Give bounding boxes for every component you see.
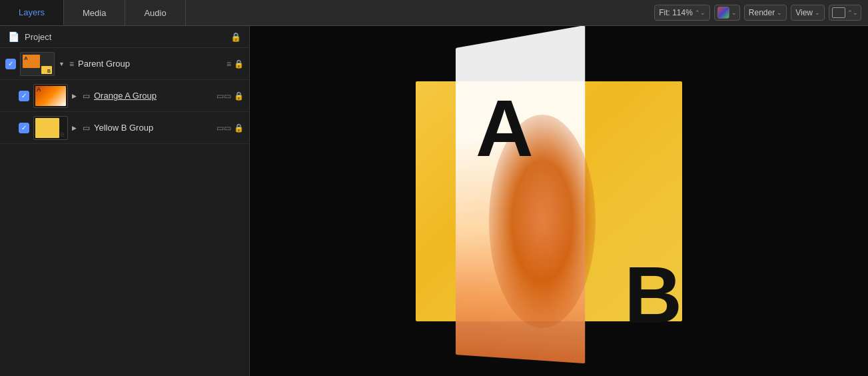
parent-group-checkbox[interactable] [5,59,16,69]
yellow-b-controls: ▭▭ 🔒 [217,123,244,133]
yellow-b-thumbnail: B [33,116,68,140]
project-row: 📄 Project 🔒 [0,26,249,48]
color-swatch-icon [717,7,729,19]
view-box-icon [832,7,845,18]
parent-group-layer-icon: ≡ [69,59,74,69]
parent-group-name: Parent Group [78,59,130,69]
fit-control[interactable]: Fit: 114% ⌃⌄ [654,5,710,21]
parent-group-controls: ≡ 🔒 [226,59,244,69]
orange-a-lock-icon[interactable]: 🔒 [234,91,244,101]
yellow-b-expand-icon[interactable]: ▶ [72,125,79,131]
yellow-b-lock-icon[interactable]: 🔒 [234,123,244,133]
fit-chevron-icon: ⌃⌄ [695,9,705,16]
orange-a-layer-icon: ▭ [83,91,90,101]
yellow-b-name: Yellow B Group [94,123,153,133]
tab-layers[interactable]: Layers [0,0,64,25]
orange-a-checkbox[interactable] [19,91,29,101]
render-label: Render [749,8,775,17]
color-chevron-icon: ⌄ [731,9,737,16]
render-chevron-icon: ⌄ [777,9,782,16]
layer-row-yellow-b: B ▶ ▭ Yellow B Group ▭▭ 🔒 [0,112,249,144]
project-lock-icon: 🔒 [230,32,241,42]
view-box-control[interactable]: ⌃⌄ [829,5,861,21]
yellow-b-stack-icon[interactable]: ▭▭ [217,123,231,133]
main-content: 📄 Project 🔒 A B ▼ ≡ Parent Group ≡ 🔒 [0,26,868,376]
parent-group-expand-icon[interactable]: ▼ [59,61,65,67]
tab-group: Layers Media Audio [0,0,186,25]
parent-group-lock-icon[interactable]: 🔒 [234,59,244,69]
orange-a-controls: ▭▭ 🔒 [217,91,244,101]
render-control[interactable]: Render ⌄ [744,5,787,21]
tab-media[interactable]: Media [64,0,125,25]
top-bar-controls: Fit: 114% ⌃⌄ ⌄ Render ⌄ View ⌄ ⌃⌄ [654,5,868,21]
canvas-area[interactable]: A B [250,26,868,376]
fit-label: Fit: 114% [659,8,693,17]
layer-row-orange-a: A ▶ ▭ Orange A Group ▭▭ 🔒 [0,80,249,112]
yellow-b-checkbox[interactable] [19,123,29,133]
yellow-b-layer-icon: ▭ [83,123,90,133]
view-chevron-icon: ⌄ [815,9,820,16]
orange-a-stack-icon[interactable]: ▭▭ [217,91,231,101]
tab-audio[interactable]: Audio [125,0,185,25]
view-label: View [795,8,813,17]
scene-composition: A B [416,48,702,355]
letter-a-display: A [476,88,534,168]
color-control[interactable]: ⌄ [714,5,740,21]
view-control[interactable]: View ⌄ [791,5,825,21]
layer-row-parent-group: A B ▼ ≡ Parent Group ≡ 🔒 [0,48,249,80]
top-bar: Layers Media Audio Fit: 114% ⌃⌄ ⌄ Render… [0,0,868,26]
orange-a-thumbnail: A [33,84,68,108]
project-file-icon: 📄 [8,31,19,42]
orange-a-expand-icon[interactable]: ▶ [72,93,79,99]
parent-group-thumbnail: A B [20,52,55,76]
viewbox-chevron-icon: ⌃⌄ [847,9,858,16]
parent-group-stack-icon[interactable]: ≡ [226,59,231,69]
left-panel: 📄 Project 🔒 A B ▼ ≡ Parent Group ≡ 🔒 [0,26,250,376]
orange-a-name: Orange A Group [94,91,157,101]
letter-b-display: B [624,255,682,335]
project-label: Project [25,32,225,42]
